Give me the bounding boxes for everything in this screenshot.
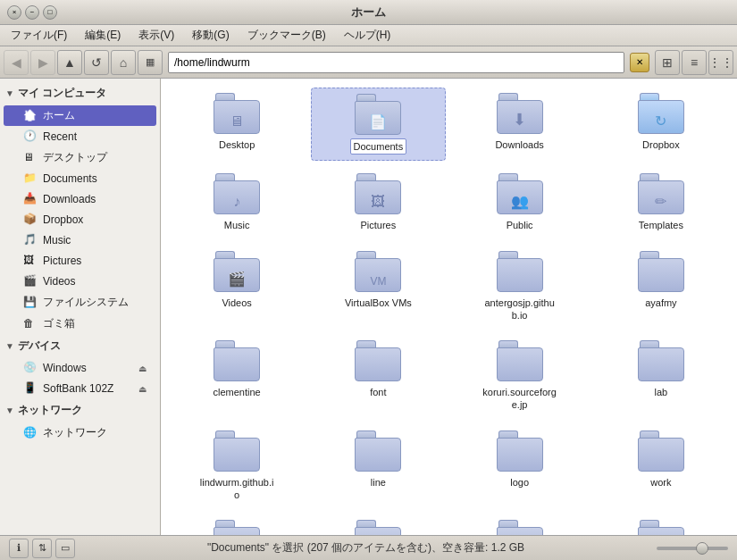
view-buttons: ⊞ ≡ ⋮⋮ (655, 50, 733, 75)
sidebar-item-windows[interactable]: 💿 Windows ⏏ (4, 358, 156, 378)
sidebar-section-devices[interactable]: ▼ デバイス (0, 335, 160, 357)
file-item-line[interactable]: line (311, 425, 445, 495)
file-label: clementine (211, 385, 264, 399)
menu-edit[interactable]: 編集(E) (78, 26, 128, 45)
sidebar-item-home[interactable]: 🏠 ホーム (4, 105, 156, 126)
file-item-lindwurm[interactable]: lindwurm.github.io (170, 425, 304, 508)
folder-icon (355, 340, 401, 381)
home-button[interactable]: ⌂ (111, 50, 136, 75)
sidebar-item-documents[interactable]: 📁 Documents (4, 169, 156, 188)
file-item-almin-soft[interactable]: .Almin-Soft (170, 514, 304, 535)
statusbar-info-button[interactable]: ℹ (9, 539, 29, 558)
sidebar-item-network[interactable]: 🌐 ネットワーク (4, 422, 156, 443)
sidebar-item-dropbox[interactable]: 📦 Dropbox (4, 210, 156, 230)
menubar: ファイル(F) 編集(E) 表示(V) 移動(G) ブックマーク(B) ヘルプ(… (0, 25, 737, 46)
file-item-videos[interactable]: 🎬 Videos (170, 246, 304, 315)
section-label: デバイス (18, 339, 61, 354)
folder-icon: ⬇ (497, 93, 543, 134)
sidebar-item-trash[interactable]: 🗑 ゴミ箱 (4, 313, 156, 334)
file-item-dropbox[interactable]: ↻ Dropbox (594, 88, 728, 157)
folder-icon: 🖼 (355, 173, 401, 214)
file-item-adobe[interactable]: .adobe (311, 514, 445, 535)
slider-thumb[interactable] (696, 542, 708, 555)
file-item-public[interactable]: 👥 Public (453, 168, 587, 238)
file-item-music[interactable]: ♪ Music (170, 168, 304, 238)
sidebar-item-label: デスクトップ (43, 150, 107, 165)
folder-icon (638, 340, 684, 381)
location-input[interactable] (168, 52, 624, 73)
folder-icon (355, 520, 401, 535)
file-label: koruri.sourceforge.jp (480, 385, 560, 413)
menu-file[interactable]: ファイル(F) (4, 26, 74, 45)
sidebar-section-mycomputer[interactable]: ▼ マイ コンピュータ (0, 82, 160, 104)
expand-arrow: ▼ (5, 88, 14, 98)
file-item-pictures[interactable]: 🖼 Pictures (311, 168, 445, 238)
file-item-clementine[interactable]: clementine (170, 335, 304, 405)
file-label: Videos (219, 296, 254, 310)
menu-help[interactable]: ヘルプ(H) (337, 26, 398, 45)
statusbar-sort-button[interactable]: ⇅ (32, 539, 52, 558)
file-item-templates[interactable]: ✏ Templates (594, 168, 728, 238)
file-item-virtualbox[interactable]: VM VirtualBox VMs (311, 246, 445, 315)
menu-view[interactable]: 表示(V) (131, 26, 181, 45)
sidebar-item-label: Documents (43, 172, 97, 185)
file-item-ayafmy[interactable]: ayafmy (594, 246, 728, 315)
file-item-lab[interactable]: lab (594, 335, 728, 405)
sidebar-item-label: ファイルシステム (43, 295, 129, 310)
file-label: Pictures (358, 218, 399, 232)
sidebar-item-softbank[interactable]: 📱 SoftBank 102Z ⏏ (4, 379, 156, 398)
zoom-slider[interactable] (657, 547, 728, 550)
eject-softbank-button[interactable]: ⏏ (135, 381, 149, 396)
sidebar-item-pictures[interactable]: 🖼 Pictures (4, 251, 156, 271)
file-label: line (368, 475, 389, 489)
sidebar-item-label: SoftBank 102Z (43, 382, 113, 395)
sidebar-item-downloads[interactable]: 📥 Downloads (4, 189, 156, 209)
file-label: ayafmy (642, 296, 679, 310)
sidebar-item-recent[interactable]: 🕐 Recent (4, 127, 156, 146)
file-area[interactable]: 🖥 Desktop 📄 Documents (161, 79, 737, 535)
minimize-button[interactable]: − (25, 5, 39, 20)
back-button[interactable]: ◀ (4, 50, 29, 75)
sidebar-item-label: ゴミ箱 (43, 316, 75, 331)
clear-location-button[interactable]: ✕ (630, 53, 649, 72)
file-item-logo[interactable]: logo (453, 425, 587, 495)
file-item-documents[interactable]: 📄 Documents (311, 88, 445, 161)
file-label-editing[interactable]: Documents (350, 138, 407, 155)
folder-icon (214, 430, 260, 472)
sidebar-section-network[interactable]: ▼ ネットワーク (0, 399, 160, 422)
folder-icon: ↻ (638, 93, 684, 134)
file-item-downloads[interactable]: ⬇ Downloads (453, 88, 587, 157)
file-label: work (648, 475, 674, 489)
file-item-font[interactable]: font (311, 335, 445, 405)
sidebar-item-desktop[interactable]: 🖥 デスクトップ (4, 147, 156, 168)
recent-icon: 🕐 (23, 130, 38, 144)
bookmark-bar-button[interactable]: ▦ (138, 50, 163, 75)
close-button[interactable]: × (7, 5, 21, 20)
compact-view-button[interactable]: ⋮⋮ (708, 50, 733, 75)
file-label: font (367, 385, 389, 399)
folder-overlay-icon: 🖼 (371, 194, 385, 210)
menu-go[interactable]: 移動(G) (185, 26, 236, 45)
reload-button[interactable]: ↺ (84, 50, 109, 75)
file-label: lab (652, 385, 671, 399)
file-item-work[interactable]: work (594, 425, 728, 495)
menu-bookmarks[interactable]: ブックマーク(B) (240, 26, 333, 45)
file-item-desktop[interactable]: 🖥 Desktop (170, 88, 304, 157)
eject-windows-button[interactable]: ⏏ (135, 361, 149, 375)
expand-arrow: ▼ (5, 405, 14, 415)
statusbar-terminal-button[interactable]: ▭ (55, 539, 75, 558)
sidebar-item-filesystem[interactable]: 💾 ファイルシステム (4, 292, 156, 313)
file-item-koruri[interactable]: koruri.sourceforge.jp (453, 335, 587, 418)
list-view-button[interactable]: ≡ (682, 50, 707, 75)
file-item-cinnamon[interactable]: .cinnamon (594, 514, 728, 535)
sidebar-item-music[interactable]: 🎵 Music (4, 230, 156, 250)
up-button[interactable]: ▲ (57, 50, 82, 75)
icon-view-button[interactable]: ⊞ (655, 50, 680, 75)
maximize-button[interactable]: □ (43, 5, 57, 20)
sidebar-item-label: Dropbox (43, 213, 83, 226)
folder-icon: VM (355, 251, 401, 292)
file-item-cache[interactable]: .cache (453, 514, 587, 535)
sidebar-item-videos[interactable]: 🎬 Videos (4, 272, 156, 291)
file-item-antergosjp[interactable]: antergosjp.github.io (453, 246, 587, 329)
forward-button[interactable]: ▶ (30, 50, 55, 75)
